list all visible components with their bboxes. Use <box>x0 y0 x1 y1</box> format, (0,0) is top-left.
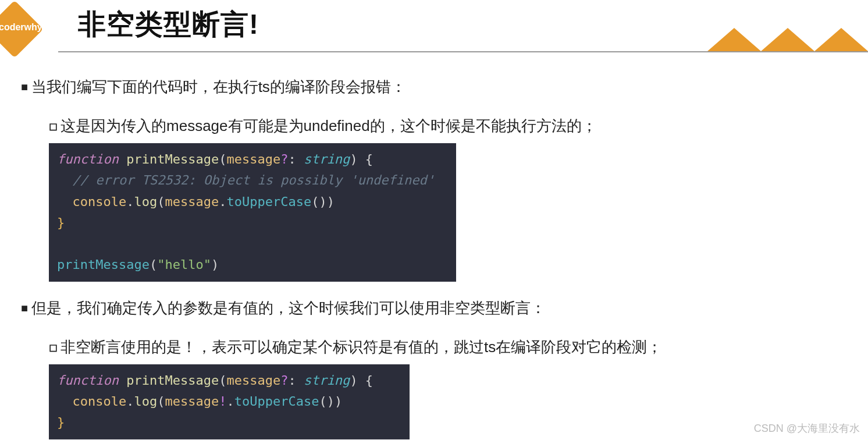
code-token: console <box>73 394 127 409</box>
code-token: message <box>165 194 219 209</box>
code-token: ( <box>150 257 157 272</box>
code-token: } <box>57 415 65 430</box>
brand-logo: coderwhy <box>0 6 47 52</box>
code-token: printMessage <box>57 257 150 272</box>
code-token: message <box>226 373 280 388</box>
code-comment: // error TS2532: Object is possibly 'und… <box>73 173 435 187</box>
code-token: log <box>134 194 157 209</box>
code-token: message <box>226 152 280 166</box>
watermark-text: CSDN @大海里没有水 <box>754 421 860 435</box>
triangle-icon <box>761 28 814 51</box>
bullet-level2: 这是因为传入的message有可能是为undefined的，这个时候是不能执行方… <box>49 115 851 137</box>
bullet-level1: 但是，我们确定传入的参数是有值的，这个时候我们可以使用非空类型断言： <box>21 297 851 320</box>
content-area: 当我们编写下面的代码时，在执行ts的编译阶段会报错： 这是因为传入的messag… <box>21 76 851 439</box>
code-token: ( <box>157 394 165 409</box>
code-token: ) { <box>350 373 373 388</box>
code-block-1: function printMessage(message?: string) … <box>49 143 456 282</box>
code-token: printMessage <box>126 152 219 166</box>
bullet-level1: 当我们编写下面的代码时，在执行ts的编译阶段会报错： <box>21 76 851 98</box>
code-token: "hello" <box>157 257 211 272</box>
code-token: message <box>165 394 219 409</box>
code-token: . <box>226 394 234 409</box>
code-token: printMessage <box>126 373 219 388</box>
title-underline <box>58 51 868 52</box>
code-token: ! <box>219 394 226 409</box>
logo-text: coderwhy <box>0 22 42 33</box>
code-token: : <box>288 152 304 166</box>
code-token: } <box>57 215 65 230</box>
code-token: ()) <box>311 194 335 209</box>
code-token: ()) <box>319 394 342 409</box>
code-token: ? <box>280 373 288 388</box>
bullet-level2: 非空断言使用的是！，表示可以确定某个标识符是有值的，跳过ts在编译阶段对它的检测… <box>49 336 851 359</box>
header-decoration <box>647 28 868 57</box>
code-token: ) { <box>350 152 373 166</box>
code-token: ? <box>280 152 288 166</box>
code-token: . <box>126 394 134 409</box>
code-token: . <box>126 194 134 209</box>
code-token: toUpperCase <box>226 194 311 209</box>
code-token: function <box>57 152 119 166</box>
code-token: ( <box>219 373 226 388</box>
page-title: 非空类型断言! <box>78 6 259 43</box>
code-token: : <box>288 373 304 388</box>
code-token: . <box>219 194 226 209</box>
code-token: console <box>73 194 127 209</box>
code-token: string <box>304 152 350 166</box>
code-token: ( <box>219 152 226 166</box>
triangle-icon <box>707 28 761 51</box>
code-token: log <box>134 394 157 409</box>
code-token: string <box>304 373 350 388</box>
code-token: ( <box>157 194 165 209</box>
code-token: toUpperCase <box>234 394 319 409</box>
code-token: function <box>57 373 119 388</box>
triangle-icon <box>814 28 868 51</box>
code-token: ) <box>211 257 219 272</box>
code-block-2: function printMessage(message?: string) … <box>49 364 410 439</box>
